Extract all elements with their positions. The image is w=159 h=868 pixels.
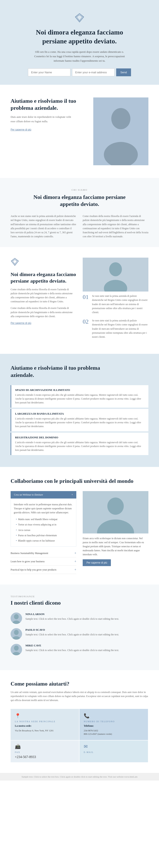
chi-siamo-section: CHI SIAMO Noi dimora eleganza facciamo p… — [0, 178, 159, 247]
feature-item: REGISTRAZIONE DEL DOMINIOL'articolo este… — [10, 433, 149, 455]
testimonianze-section: TESTIMONIANZE I nostri clienti dicono NI… — [0, 585, 159, 670]
hero-form: Send — [8, 68, 151, 76]
telefono-title: Telefono: — [84, 724, 144, 727]
collab-course-item[interactable]: Business Sustainability Management+ — [10, 549, 76, 557]
contact-cards: 📍 LA NOSTRA SEDE PRINCIPALE La nostra se… — [10, 709, 149, 740]
chi-siamo-columns: Anche se non siamo stati la prima aziend… — [10, 214, 149, 239]
hero-send-button[interactable]: Send — [116, 68, 131, 76]
numbered-item-1: 01 Se non siete stati la prima azienda d… — [83, 294, 149, 314]
list-item: Tortor at risus viverra adipiscing at in — [16, 522, 73, 527]
collab-left: Crea un Webinar to ilimitare + Interdum … — [10, 491, 76, 574]
phone-icon: 📞 — [84, 713, 144, 719]
avatar-icon — [10, 628, 22, 640]
course-expand-icon[interactable]: + — [74, 560, 76, 563]
hero-logo — [8, 13, 151, 24]
list-item: Arcu cursus — [16, 528, 73, 533]
course-label: Business Sustainability Management — [10, 552, 48, 555]
svg-point-8 — [109, 262, 122, 276]
aiutiamo-link[interactable]: Per saperne di più — [10, 128, 31, 131]
list-item: Mattis nunc sed blandit libero volutpat — [16, 517, 73, 522]
collab-list: Mattis nunc sed blandit libero volutpatT… — [14, 517, 73, 544]
course-expand-icon[interactable]: + — [74, 568, 76, 571]
svg-point-3 — [111, 108, 130, 129]
collab-portrait-icon — [83, 491, 149, 533]
collab-course-item[interactable]: Learn how to grow your business+ — [10, 557, 76, 566]
avatar — [10, 628, 22, 640]
testimonial-text: Sample text. Click to select the text bo… — [26, 632, 119, 637]
location-icon: 📍 — [15, 713, 75, 719]
course-label: Practical tips to help you grow your pro… — [10, 568, 56, 571]
course-expand-icon[interactable]: + — [74, 551, 76, 555]
noi-dimora-portrait — [83, 258, 149, 291]
diamond-mid-icon — [10, 258, 19, 266]
noi-dimora-mid-right: 01 Se non siete stati la prima azienda d… — [83, 258, 149, 343]
person-portrait-icon — [93, 97, 149, 165]
feature-item: LARGHEZZA DI BANDA ILLIMITATAL'articolo … — [10, 409, 149, 431]
fax-label: FAX — [15, 751, 75, 753]
list-item: Blandit oppis cursus et fas habitasse — [16, 538, 73, 544]
avatar-icon — [10, 644, 22, 655]
aiutiamo-section: Aiutiamo e risolviamo il tuo problema az… — [0, 85, 159, 178]
feature-title: LARGHEZZA DI BANDA ILLIMITATA — [15, 412, 145, 415]
testimonial-item: MIKE CAVE Sample text. Click to select t… — [10, 644, 149, 655]
course-label: Learn how to grow your business — [10, 560, 44, 563]
footer: Sample text. Click to select the text bo… — [0, 773, 159, 780]
testimonial-content: MIKE CAVE Sample text. Click to select t… — [26, 644, 119, 652]
telefono-label: NUMERO DI TELEFONO — [84, 720, 144, 723]
collab-saperne-button[interactable]: Per saperne di più — [83, 559, 111, 566]
collab-courses: Business Sustainability Management+Learn… — [10, 549, 76, 574]
testimonial-text: Sample text. Click to select the text bo… — [26, 617, 119, 621]
diamond-logo-icon — [74, 13, 85, 23]
email-label: E-MAIL — [84, 751, 144, 753]
chi-siamo-col1: Anche se non siamo stati la prima aziend… — [10, 214, 76, 239]
collaboriamo-section: Collaboriamo con le principali universit… — [0, 467, 159, 585]
collab-tab-content: Interdum velit auctor in pellentesque ma… — [10, 499, 76, 547]
collab-right: Etiam arcu velit scelerisque in dictum n… — [83, 491, 149, 574]
feature-title: SPAZIO DI ARCHIVIAZIONE ILLIMITATO — [15, 389, 145, 392]
hero-subtitle: Olli sen fin a come. Ha una cosa rapida … — [33, 50, 126, 63]
collab-portrait — [83, 491, 149, 533]
chi-siamo-col2: Come risultato della nostra filosofia di… — [83, 214, 149, 239]
noi-dimora-link[interactable]: Per saperne di più — [10, 321, 31, 324]
list-item: Purus ut faucibus pulvinar elementum — [16, 533, 73, 538]
hero-title: Noi dimora eleganza facciamo persiane ap… — [27, 28, 132, 45]
testimonial-item: PAOLO SCAVO Sample text. Click to select… — [10, 628, 149, 640]
collab-right-text: Etiam arcu velit scelerisque in dictum n… — [83, 536, 149, 557]
collaboriamo-title: Collaboriamo con le principali universit… — [10, 477, 149, 485]
item2-content: Se non siete stati la prima azienda di p… — [92, 319, 149, 339]
testimonial-list: NINA LARSON Sample text. Click to select… — [10, 613, 149, 655]
contact-card-sede: 📍 LA NOSTRA SEDE PRINCIPALE La nostra se… — [10, 709, 79, 740]
hero-email-input[interactable] — [72, 68, 115, 76]
sede-label: LA NOSTRA SEDE PRINCIPALE — [15, 720, 75, 723]
noi-dimora-mid-section: Noi dimora eleganza facciamo persiane ap… — [0, 247, 159, 354]
aiutiamo-portrait — [93, 97, 149, 165]
svg-point-17 — [14, 630, 19, 635]
noi-dimora-mid-title: Noi dimora eleganza facciamo persiane ap… — [10, 271, 76, 284]
contact-cards-row2: 📠 FAX +234-567-8933 ✉ E-MAIL — [10, 740, 149, 762]
come-possiamo-title: Come possiamo aiutarti? — [10, 681, 149, 687]
feature-item: SPAZIO DI ARCHIVIAZIONE ILLIMITATOL'arti… — [10, 385, 149, 408]
testimonial-name: PAOLO SCAVO — [26, 628, 119, 631]
hero-name-input[interactable] — [28, 68, 70, 76]
avatar-icon — [10, 613, 22, 624]
aiutiamo-body: Duis aute irure dolor in reprehenderit i… — [10, 115, 76, 124]
collab-tab-active[interactable]: Crea un Webinar to ilimitare + — [10, 491, 76, 498]
come-possiamo-intro: Un ante ad venim veniam, quis nostrud ex… — [10, 690, 149, 703]
testimonial-name: NINA LARSON — [26, 613, 119, 616]
collab-tab-active-label: Crea un Webinar to ilimitare — [14, 493, 43, 496]
feature-list: SPAZIO DI ARCHIVIAZIONE ILLIMITATOL'arti… — [10, 385, 149, 455]
collab-course-item[interactable]: Practical tips to help you grow your pro… — [10, 566, 76, 574]
noi-dimora-mid-left: Noi dimora eleganza facciamo persiane ap… — [10, 258, 76, 325]
contact-card-telefono: 📞 NUMERO DI TELEFONO Telefono: 234-9876-… — [80, 709, 148, 740]
contact-card-fax: 📠 FAX +234-567-8933 — [10, 740, 79, 762]
footer-text: Sample text. Click to select the text bo… — [3, 775, 156, 778]
feature-body: L'articolo estende è esrato espresso più… — [15, 440, 145, 452]
testimonial-content: NINA LARSON Sample text. Click to select… — [26, 613, 119, 621]
noi-dimora-mid-body1: Come risultato della nostra filosofia di… — [10, 287, 76, 304]
svg-point-11 — [107, 497, 124, 515]
sede-address: Via De Broadway 6, New York, NY 1201 — [15, 729, 75, 733]
chi-siamo-label: CHI SIAMO — [10, 189, 149, 191]
testimonianze-title: I nostri clienti dicono — [10, 600, 149, 606]
testimonial-item: NINA LARSON Sample text. Click to select… — [10, 613, 149, 624]
numbered-item-2: 02 Se non siete stati la prima azienda d… — [83, 319, 149, 339]
